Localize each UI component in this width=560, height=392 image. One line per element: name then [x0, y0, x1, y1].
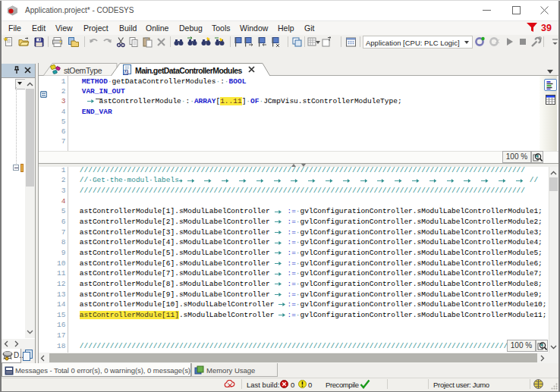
svg-text:M: M	[124, 70, 127, 75]
